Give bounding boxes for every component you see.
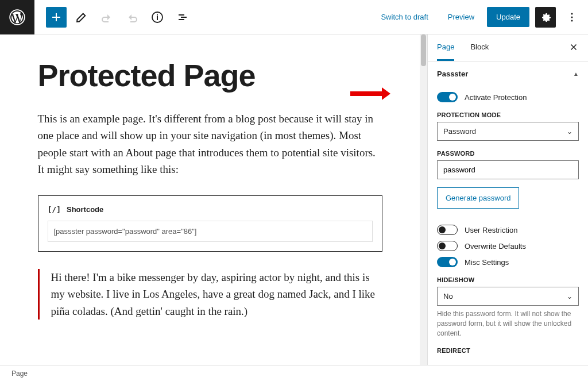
protection-mode-value: Password xyxy=(443,127,476,136)
editor-scrollbar[interactable] xyxy=(420,34,427,365)
info-icon xyxy=(150,10,164,24)
pencil-icon xyxy=(75,10,88,24)
wp-logo[interactable] xyxy=(0,0,34,34)
chevron-down-icon: ⌄ xyxy=(567,293,572,301)
editor-canvas[interactable]: Protected Page This is an example page. … xyxy=(0,34,420,365)
info-button[interactable] xyxy=(147,7,168,28)
overwrite-defaults-toggle[interactable] xyxy=(437,241,458,251)
list-icon xyxy=(176,10,189,24)
panel-title: Passster xyxy=(437,70,468,78)
more-menu-button[interactable] xyxy=(562,7,582,28)
paragraph-block[interactable]: This is an example page. It's different … xyxy=(38,110,382,178)
svg-point-2 xyxy=(571,13,573,14)
activate-protection-toggle[interactable] xyxy=(437,92,458,102)
passster-panel-header[interactable]: Passster ▲ xyxy=(428,61,588,86)
preview-button[interactable]: Preview xyxy=(441,8,481,26)
password-field-label: PASSWORD xyxy=(437,150,579,157)
gear-icon xyxy=(539,10,552,24)
chevron-up-icon: ▲ xyxy=(573,71,579,77)
undo-icon xyxy=(100,10,114,24)
plus-icon xyxy=(49,10,63,24)
edit-button[interactable] xyxy=(71,7,92,28)
outline-button[interactable] xyxy=(172,7,193,28)
status-bar: Page xyxy=(0,365,588,381)
hideshow-value: No xyxy=(443,292,453,301)
password-input[interactable] xyxy=(437,160,579,179)
switch-to-draft-button[interactable]: Switch to draft xyxy=(374,8,435,26)
wordpress-icon xyxy=(9,9,25,25)
update-button[interactable]: Update xyxy=(487,7,529,27)
activate-protection-label: Activate Protection xyxy=(465,93,527,102)
shortcode-input[interactable] xyxy=(48,221,373,242)
top-toolbar: Switch to draft Preview Update xyxy=(0,0,588,34)
shortcode-block[interactable]: [/] Shortcode xyxy=(38,195,382,252)
chevron-down-icon: ⌄ xyxy=(567,128,572,136)
toolbar-left xyxy=(34,7,193,28)
hideshow-help: Hide this password form. It will not sho… xyxy=(437,309,579,338)
overwrite-defaults-label: Overwrite Defaults xyxy=(465,242,526,251)
misc-settings-toggle[interactable] xyxy=(437,257,458,267)
protection-mode-select[interactable]: Password ⌄ xyxy=(437,122,579,141)
breadcrumb[interactable]: Page xyxy=(11,370,28,378)
generate-password-button[interactable]: Generate password xyxy=(437,187,519,209)
svg-point-4 xyxy=(571,20,573,21)
user-restriction-toggle[interactable] xyxy=(437,225,458,235)
close-icon xyxy=(568,42,579,52)
close-sidebar-button[interactable] xyxy=(568,42,579,54)
redo-icon xyxy=(125,10,139,24)
passster-panel-body: Activate Protection PROTECTION MODE Pass… xyxy=(428,86,588,365)
quote-block[interactable]: Hi there! I'm a bike messenger by day, a… xyxy=(38,269,382,320)
more-vertical-icon xyxy=(565,10,579,24)
sidebar-tabs: Page Block xyxy=(428,34,588,61)
shortcode-label: Shortcode xyxy=(67,205,103,214)
add-block-button[interactable] xyxy=(46,7,67,28)
settings-button[interactable] xyxy=(535,7,556,28)
undo-button[interactable] xyxy=(96,7,117,28)
user-restriction-label: User Restriction xyxy=(465,226,517,234)
hideshow-select[interactable]: No ⌄ xyxy=(437,287,579,306)
toolbar-right: Switch to draft Preview Update xyxy=(374,7,588,28)
misc-settings-label: Misc Settings xyxy=(465,258,509,267)
tab-block[interactable]: Block xyxy=(470,34,489,61)
protection-mode-label: PROTECTION MODE xyxy=(437,111,579,118)
tab-page[interactable]: Page xyxy=(437,34,454,61)
page-title[interactable]: Protected Page xyxy=(38,57,382,93)
svg-point-3 xyxy=(571,16,573,18)
settings-sidebar: Page Block Passster ▲ Activate Protectio… xyxy=(427,34,588,365)
hideshow-label: HIDE/SHOW xyxy=(437,276,579,283)
shortcode-icon: [/] xyxy=(48,205,61,214)
redirect-label: REDIRECT xyxy=(437,347,579,354)
redo-button[interactable] xyxy=(122,7,142,28)
